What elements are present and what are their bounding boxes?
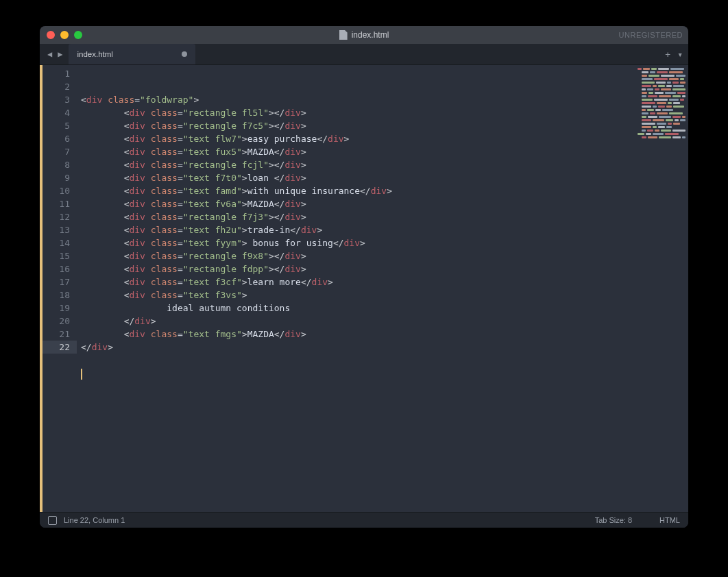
titlebar[interactable]: index.html UNREGISTERED [40,26,688,44]
code-line[interactable]: <div class="rectangle fcjl"></div> [81,158,688,171]
line-number[interactable]: 4 [43,106,77,119]
window-controls [47,31,82,39]
line-number[interactable]: 22 [40,341,77,354]
code-content[interactable]: <div class="foldwrap"> <div class="recta… [77,65,688,512]
code-line[interactable]: <div class="rectangle f7j3"></div> [81,210,688,223]
window-title: index.html [40,30,688,40]
code-line[interactable] [81,367,688,380]
editor-window: index.html UNREGISTERED ◀ ▶ index.html +… [40,26,688,528]
tab-menu-icon[interactable]: ▾ [677,49,683,60]
code-line[interactable]: </div> [81,315,688,328]
code-line[interactable]: <div class="text fmgs">MAZDA</div> [81,328,688,341]
code-line[interactable] [81,354,688,367]
code-line[interactable]: ideal autumn conditions [81,302,688,315]
code-line[interactable]: </div> [81,341,688,354]
line-number[interactable]: 3 [43,93,77,106]
tab-bar: ◀ ▶ index.html + ▾ [40,44,688,65]
code-line[interactable]: <div class="foldwrap"> [81,93,688,106]
code-line[interactable]: <div class="rectangle f7c5"></div> [81,119,688,132]
line-number[interactable]: 12 [43,210,77,223]
document-icon [339,30,348,40]
back-icon[interactable]: ◀ [45,48,54,60]
line-number[interactable]: 14 [43,236,77,249]
code-line[interactable]: <div class="text f3vs"> [81,288,688,302]
title-text: index.html [352,30,389,40]
code-line[interactable]: <div class="text famd">with unique insur… [81,184,688,197]
history-nav: ◀ ▶ [45,48,64,60]
line-number[interactable]: 13 [43,223,77,236]
minimap[interactable] [638,66,685,142]
tab-index-html[interactable]: index.html [69,44,195,64]
code-line[interactable]: <div class="rectangle fl5l"></div> [81,106,688,119]
code-line[interactable]: <div class="text f7t0">loan </div> [81,171,688,184]
dirty-indicator-icon [182,51,187,57]
line-number[interactable]: 21 [43,328,77,341]
line-number[interactable]: 15 [43,249,77,262]
minimize-icon[interactable] [60,31,69,39]
line-number[interactable]: 5 [43,119,77,132]
line-number[interactable]: 18 [43,288,77,302]
code-line[interactable]: <div class="text fv6a">MAZDA</div> [81,197,688,210]
code-line[interactable]: <div class="text fux5">MAZDA</div> [81,145,688,158]
line-number-gutter[interactable]: 12345678910111213141516171819202122 [40,65,77,512]
panel-switch-icon[interactable] [48,516,57,525]
line-number[interactable]: 7 [43,145,77,158]
line-number[interactable]: 16 [43,262,77,275]
new-tab-icon[interactable]: + [665,49,670,60]
line-number[interactable]: 10 [43,184,77,197]
line-number[interactable]: 19 [43,302,77,315]
line-number[interactable]: 11 [43,197,77,210]
editor-area[interactable]: 12345678910111213141516171819202122 <div… [40,65,688,512]
cursor-position[interactable]: Line 22, Column 1 [64,516,125,524]
line-number[interactable]: 2 [43,80,77,93]
code-line[interactable]: <div class="text fyym"> bonus for using<… [81,236,688,249]
status-bar: Line 22, Column 1 Tab Size: 8 HTML [40,512,688,528]
registration-status: UNREGISTERED [619,31,683,39]
line-number[interactable]: 6 [43,132,77,145]
line-number[interactable]: 9 [43,171,77,184]
code-line[interactable]: <div class="text flw7">easy purchase</di… [81,132,688,145]
forward-icon[interactable]: ▶ [56,48,64,60]
code-line[interactable]: <div class="text fh2u">trade-in</div> [81,223,688,236]
code-line[interactable]: <div class="rectangle fdpp"></div> [81,262,688,275]
line-number[interactable]: 17 [43,275,77,288]
line-number[interactable]: 20 [43,315,77,328]
line-number[interactable]: 8 [43,158,77,171]
code-line[interactable]: <div class="text f3cf">learn more</div> [81,275,688,288]
close-icon[interactable] [47,31,55,39]
syntax-mode[interactable]: HTML [659,516,680,524]
tab-label: index.html [77,50,112,58]
code-line[interactable]: <div class="rectangle f9x8"></div> [81,249,688,262]
tab-size[interactable]: Tab Size: 8 [595,516,632,524]
zoom-icon[interactable] [74,31,82,39]
line-number[interactable]: 1 [43,67,77,80]
